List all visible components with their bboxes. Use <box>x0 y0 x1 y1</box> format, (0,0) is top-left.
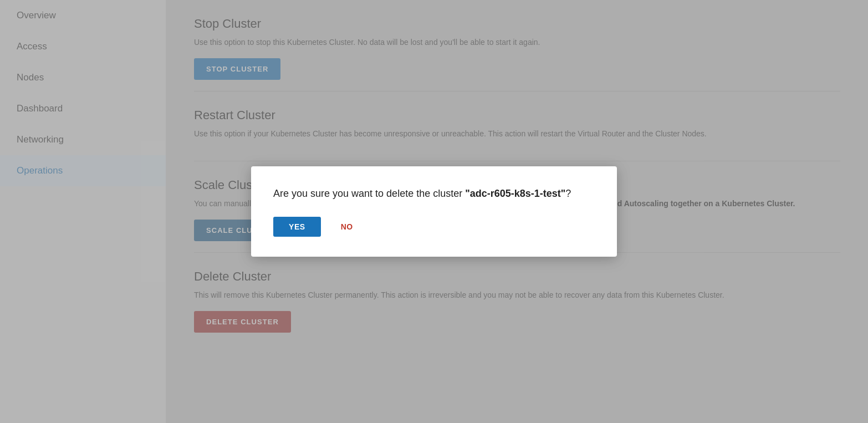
yes-button[interactable]: YES <box>273 217 321 237</box>
confirm-dialog: Are you sure you want to delete the clus… <box>251 166 617 257</box>
dialog-message: Are you sure you want to delete the clus… <box>273 186 595 201</box>
dialog-actions: YES NO <box>273 217 595 237</box>
dialog-message-prefix: Are you sure you want to delete the clus… <box>273 188 465 199</box>
no-button[interactable]: NO <box>332 217 362 237</box>
dialog-cluster-name: "adc-r605-k8s-1-test" <box>465 188 565 199</box>
dialog-message-suffix: ? <box>565 188 571 199</box>
dialog-overlay: Are you sure you want to delete the clus… <box>0 0 868 423</box>
